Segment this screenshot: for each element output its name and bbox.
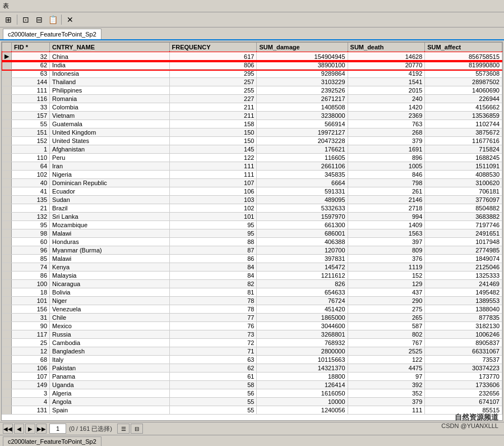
clipboard-btn[interactable]: 📋 (47, 13, 59, 26)
cell-affect: 819990800 (425, 61, 502, 70)
cell-damage: 6664 (257, 179, 348, 187)
table-row[interactable]: 63Indonesia295928986441925573608 (2, 70, 502, 78)
cell-death: 1563 (348, 229, 425, 238)
table-row[interactable]: 85Malawi863978313761849074 (2, 255, 502, 263)
table-row[interactable]: 156Venezuela784514202751388040 (2, 305, 502, 314)
table-row[interactable]: 31Chile771865000265877835 (2, 314, 502, 322)
cell-fid: 116 (12, 95, 50, 103)
cell-damage: 5332633 (257, 204, 348, 213)
th-cntry[interactable]: CNTRY_NAME (50, 43, 169, 52)
nav-first-btn[interactable]: ◀◀ (3, 424, 13, 434)
cell-country: Uganda (50, 381, 169, 389)
cell-country: Sri Lanka (50, 213, 169, 221)
cell-fid: 106 (12, 364, 50, 373)
table-row[interactable]: 3Algeria561616050352232656 (2, 389, 502, 398)
cell-damage: 2392526 (257, 86, 348, 95)
paste-btn[interactable]: ⊟ (33, 13, 45, 26)
table-row[interactable]: 64Iran111266110610051511091 (2, 162, 502, 171)
row-indicator (2, 61, 12, 70)
page-input[interactable] (49, 424, 66, 434)
table-row[interactable]: 144Thailand2573103229154128987502 (2, 78, 502, 86)
table-row[interactable]: 68Italy631011566312273537 (2, 356, 502, 364)
nav-prev-btn[interactable]: ◀ (14, 424, 24, 434)
nav-last-btn[interactable]: ▶▶ (36, 424, 47, 434)
cell-affect: 73537 (425, 356, 502, 364)
table-row[interactable]: 96Myanmar (Burma)871207008092774985 (2, 246, 502, 255)
copy-btn[interactable]: ⊡ (20, 13, 32, 26)
cell-affect: 1733606 (425, 381, 502, 389)
nav-next-btn[interactable]: ▶ (25, 424, 35, 434)
table-row[interactable]: 55Guatemala1585669147631102744 (2, 120, 502, 128)
th-freq[interactable]: FREQUENCY (169, 43, 257, 52)
th-death[interactable]: SUM_death (348, 43, 425, 52)
cell-affect: 3875672 (425, 128, 502, 137)
cell-fid: 110 (12, 154, 50, 162)
table-row[interactable]: 60Honduras884063883971017948 (2, 238, 502, 246)
table-scroll[interactable]: FID * CNTRY_NAME FREQUENCY SUM_damage SU… (2, 42, 502, 420)
cell-affect: 3182130 (425, 322, 502, 330)
cell-country: Malawi (50, 229, 169, 238)
cell-affect: 226944 (425, 95, 502, 103)
table-row[interactable]: ▶32China61715490494514628856758515 (2, 52, 502, 61)
invert-btn[interactable]: ⊟ (131, 424, 143, 434)
cell-death: 268 (348, 128, 425, 137)
cell-country: Sudan (50, 196, 169, 204)
table-row[interactable]: 25Cambodia727689327678905837 (2, 339, 502, 347)
row-indicator (2, 305, 12, 314)
table-row[interactable]: 149Uganda581264143921733606 (2, 381, 502, 389)
table-row[interactable]: 95Mozambique9566130014097197746 (2, 221, 502, 229)
table-row[interactable]: 33Colombia211140850814204156662 (2, 103, 502, 112)
cell-frequency: 101 (169, 213, 257, 221)
table-row[interactable]: 74Kenya8414547211192125046 (2, 263, 502, 272)
table-row[interactable]: 131Spain55124005611185515 (2, 406, 502, 415)
table-row[interactable]: 98Malawi9568600115632491651 (2, 229, 502, 238)
table-row[interactable]: 62India8063890010020770819990800 (2, 61, 502, 70)
toolbar: ⊞ ⊡ ⊟ 📋 ✕ (0, 12, 504, 27)
table-row[interactable]: 21Brazil102533263327188504882 (2, 204, 502, 213)
table-row[interactable]: 116Romania2272671217240226944 (2, 95, 502, 103)
table-icon-btn[interactable]: ⊞ (2, 13, 15, 26)
row-indicator (2, 373, 12, 381)
table-row[interactable]: 152United States1502047322837911677616 (2, 137, 502, 145)
main-tab[interactable]: c2000later_FeatureToPoint_Sp2 (3, 29, 101, 39)
cell-affect: 5573608 (425, 70, 502, 78)
row-indicator (2, 347, 12, 356)
table-row[interactable]: 132Sri Lanka10115979709943683882 (2, 213, 502, 221)
table-row[interactable]: 41Ecuador106591331261706181 (2, 187, 502, 196)
table-row[interactable]: 110Peru1221166058961688245 (2, 154, 502, 162)
table-row[interactable]: 102Nigeria1113458358464088530 (2, 171, 502, 179)
table-row[interactable]: 100Nicaragua82826129241469 (2, 280, 502, 288)
table-row[interactable]: 90Mexico7630446005873182130 (2, 322, 502, 330)
table-row[interactable]: 18Bolivia816546334371495482 (2, 288, 502, 297)
cell-frequency: 71 (169, 347, 257, 356)
table-row[interactable]: 111Philippines2552392526201514060690 (2, 86, 502, 95)
th-fid[interactable]: FID * (12, 43, 50, 52)
table-row[interactable]: 151United Kingdom150199721272683875672 (2, 128, 502, 137)
table-row[interactable]: 106Pakistan6214321370447530374223 (2, 364, 502, 373)
table-row[interactable]: 135Sudan10348909521463776097 (2, 196, 502, 204)
table-row[interactable]: 40Dominican Republic10766647983100620 (2, 179, 502, 187)
cell-fid: 152 (12, 137, 50, 145)
table-row[interactable]: 117Russia7332688018021006246 (2, 330, 502, 339)
table-row[interactable]: 107Panama611880097173770 (2, 373, 502, 381)
cell-damage: 3238000 (257, 112, 348, 120)
cell-affect: 85515 (425, 406, 502, 415)
table-row[interactable]: 12Bangladesh712800000252566331067 (2, 347, 502, 356)
table-row[interactable]: 86Malaysia8412116121521325333 (2, 272, 502, 280)
table-row[interactable]: 157Vietnam2113238000236913536859 (2, 112, 502, 120)
table-row[interactable]: 101Niger78767242901389553 (2, 297, 502, 305)
cell-damage: 826 (257, 280, 348, 288)
delete-btn[interactable]: ✕ (64, 13, 76, 26)
select-options-btn[interactable]: ☰ (117, 424, 130, 434)
th-affect[interactable]: SUM_affect (425, 43, 502, 52)
cell-country: Malaysia (50, 272, 169, 280)
table-row[interactable]: 1Afghanistan1451766211691715824 (2, 145, 502, 154)
row-indicator (2, 145, 12, 154)
bottom-tab[interactable]: c2000later_FeatureToPoint_Sp2 (3, 436, 101, 446)
table-row[interactable]: 4Angola5510000379674107 (2, 398, 502, 406)
cell-damage: 126414 (257, 381, 348, 389)
th-damage[interactable]: SUM_damage (257, 43, 348, 52)
cell-death: 1005 (348, 162, 425, 171)
cell-affect: 1495482 (425, 288, 502, 297)
cell-frequency: 78 (169, 297, 257, 305)
